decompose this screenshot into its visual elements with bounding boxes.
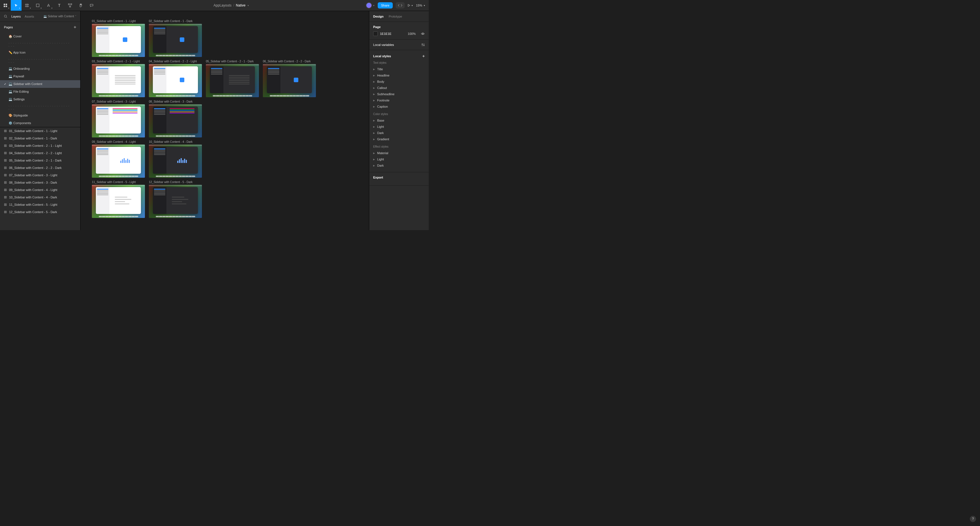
- frame-thumbnail: [149, 104, 202, 137]
- chevron-right-icon: ▶: [373, 68, 375, 71]
- frame-layer-item[interactable]: 09_Sidebar with Content - 4 - Light: [0, 186, 80, 194]
- effect-style-item[interactable]: ▶Dark: [373, 162, 425, 168]
- chevron-right-icon: ▶: [373, 119, 375, 122]
- visibility-icon[interactable]: [421, 32, 425, 35]
- page-item[interactable]: 🏠 Cover: [0, 33, 80, 40]
- frame-layer-item[interactable]: 12_Sidebar with Content - 5 - Dark: [0, 208, 80, 216]
- frame-label: 11_Sidebar with Content - 5 - Light: [92, 181, 145, 184]
- page-item[interactable]: ⚙️ Components: [0, 119, 80, 127]
- svg-point-12: [4, 15, 6, 17]
- chevron-right-icon: ▶: [373, 152, 375, 154]
- frame-layer-item[interactable]: 03_Sidebar with Content - 2 - 1 - Light: [0, 142, 80, 149]
- canvas-frame[interactable]: 06_Sidebar with Content - 2 - 2 - Dark: [263, 60, 316, 97]
- search-icon[interactable]: [4, 15, 7, 18]
- canvas-frame[interactable]: 10_Sidebar with Content - 4 - Dark: [149, 140, 202, 178]
- canvas-frame[interactable]: 02_Sidebar with Content - 1 - Dark: [149, 19, 202, 57]
- background-color-row[interactable]: 1E1E1E 100%: [373, 32, 425, 36]
- canvas-frame[interactable]: 01_Sidebar with Content - 1 - Light: [92, 19, 145, 57]
- svg-line-13: [6, 17, 7, 18]
- page-item[interactable]: 💻 Sidebar with Content: [0, 80, 80, 88]
- svg-rect-9: [68, 4, 70, 5]
- page-item[interactable]: 💻 Settings: [0, 95, 80, 103]
- prototype-tab[interactable]: Prototype: [389, 15, 402, 18]
- frame-layer-item[interactable]: 07_Sidebar with Content - 3 - Light: [0, 172, 80, 179]
- page-separator: - - - - - - - - - - - - - - - - - - - - …: [0, 40, 80, 49]
- design-tab[interactable]: Design: [373, 15, 383, 18]
- text-style-item[interactable]: ▶Subheadline: [373, 91, 425, 97]
- color-style-item[interactable]: ▶Gradient: [373, 136, 425, 142]
- present-button[interactable]: ▼: [407, 4, 413, 7]
- canvas-frame[interactable]: 09_Sidebar with Content - 4 - Light: [92, 140, 145, 178]
- local-variables-title: Local variables: [373, 43, 394, 46]
- color-style-item[interactable]: ▶Dark: [373, 130, 425, 136]
- canvas-frame[interactable]: 04_Sidebar with Content - 2 - 2 - Light: [149, 60, 202, 97]
- add-page-icon[interactable]: +: [74, 25, 76, 30]
- effect-style-item[interactable]: ▶Material: [373, 150, 425, 156]
- canvas-frame[interactable]: 12_Sidebar with Content - 5 - Dark: [149, 181, 202, 218]
- variables-settings-icon[interactable]: [422, 43, 425, 46]
- frame-layer-item[interactable]: 01_Sidebar with Content - 1 - Light: [0, 127, 80, 135]
- chevron-right-icon: ▶: [373, 105, 375, 108]
- layers-tab[interactable]: Layers: [11, 15, 21, 18]
- frame-layer-item[interactable]: 04_Sidebar with Content - 2 - 2 - Light: [0, 149, 80, 157]
- page-item[interactable]: ✏️ App Icon: [0, 49, 80, 56]
- text-style-item[interactable]: ▶Title: [373, 66, 425, 72]
- frame-layer-item[interactable]: 06_Sidebar with Content - 2 - 2 - Dark: [0, 164, 80, 172]
- dev-mode-button[interactable]: [396, 2, 405, 8]
- text-style-item[interactable]: ▶Footnote: [373, 97, 425, 103]
- text-style-item[interactable]: ▶Headline: [373, 72, 425, 78]
- page-item[interactable]: 💻 File Editing: [0, 88, 80, 95]
- pages-heading: Pages: [4, 25, 13, 29]
- frame-layer-item[interactable]: 05_Sidebar with Content - 2 - 1 - Dark: [0, 157, 80, 164]
- page-section-title: Page: [373, 25, 425, 29]
- document-title[interactable]: AppLayouts / Native ▼: [97, 3, 366, 7]
- left-panel: Layers Assets 💻 Sidebar with Content ˄ P…: [0, 11, 81, 230]
- svg-rect-3: [6, 6, 7, 7]
- frame-label: 03_Sidebar with Content - 2 - 1 - Light: [92, 60, 145, 63]
- resources-tool[interactable]: [65, 0, 75, 11]
- pen-tool[interactable]: ▼: [43, 0, 54, 11]
- hand-tool[interactable]: [75, 0, 86, 11]
- page-item[interactable]: 💻 Onboarding: [0, 65, 80, 73]
- page-breadcrumb[interactable]: 💻 Sidebar with Content ˄: [43, 15, 76, 18]
- page-separator: - - - - - - - - - - - - - - - - - - - - …: [0, 103, 80, 112]
- text-style-item[interactable]: ▶Caption: [373, 103, 425, 110]
- frame-layer-item[interactable]: 08_Sidebar with Content - 3 - Dark: [0, 179, 80, 186]
- page-item[interactable]: 🎨 Styleguide: [0, 112, 80, 119]
- add-style-icon[interactable]: +: [422, 54, 425, 59]
- frame-label: 05_Sidebar with Content - 2 - 1 - Dark: [206, 60, 259, 63]
- chevron-right-icon: ▶: [373, 74, 375, 77]
- svg-rect-0: [4, 4, 5, 5]
- canvas-frame[interactable]: 05_Sidebar with Content - 2 - 1 - Dark: [206, 60, 259, 97]
- text-style-item[interactable]: ▶Callout: [373, 85, 425, 91]
- text-tool[interactable]: T: [54, 0, 65, 11]
- canvas-frame[interactable]: 08_Sidebar with Content - 3 - Dark: [149, 100, 202, 137]
- chevron-right-icon: ▶: [373, 93, 375, 95]
- main-menu-button[interactable]: ▼: [0, 0, 11, 11]
- move-tool[interactable]: ▼: [11, 0, 22, 11]
- frame-layer-item[interactable]: 11_Sidebar with Content - 5 - Light: [0, 201, 80, 208]
- color-style-item[interactable]: ▶Base: [373, 117, 425, 124]
- assets-tab[interactable]: Assets: [25, 15, 34, 18]
- frame-icon: [4, 196, 7, 199]
- canvas-frame[interactable]: 03_Sidebar with Content - 2 - 1 - Light: [92, 60, 145, 97]
- shape-tool[interactable]: ▼: [32, 0, 43, 11]
- comment-tool[interactable]: [86, 0, 97, 11]
- chevron-right-icon: ▶: [373, 132, 375, 134]
- avatar-menu[interactable]: ▼: [366, 2, 375, 8]
- canvas-frame[interactable]: 07_Sidebar with Content - 3 - Light: [92, 100, 145, 137]
- color-style-item[interactable]: ▶Light: [373, 124, 425, 130]
- text-style-item[interactable]: ▶Body: [373, 78, 425, 85]
- zoom-menu[interactable]: 15%▼: [416, 4, 425, 7]
- toolbar: ▼ ▼ ▼ ▼ ▼ T AppLayouts / Native ▼ ▼ Shar…: [0, 0, 429, 11]
- frame-layer-item[interactable]: 10_Sidebar with Content - 4 - Dark: [0, 194, 80, 201]
- canvas[interactable]: 01_Sidebar with Content - 1 - Light02_Si…: [81, 11, 369, 230]
- page-item[interactable]: 💻 Paywall: [0, 73, 80, 80]
- effect-style-item[interactable]: ▶Light: [373, 156, 425, 162]
- frame-layer-item[interactable]: 02_Sidebar with Content - 1 - Dark: [0, 135, 80, 142]
- svg-rect-1: [6, 4, 7, 5]
- share-button[interactable]: Share: [378, 2, 393, 8]
- canvas-frame[interactable]: 11_Sidebar with Content - 5 - Light: [92, 181, 145, 218]
- frame-tool[interactable]: ▼: [22, 0, 32, 11]
- frame-thumbnail: [149, 145, 202, 178]
